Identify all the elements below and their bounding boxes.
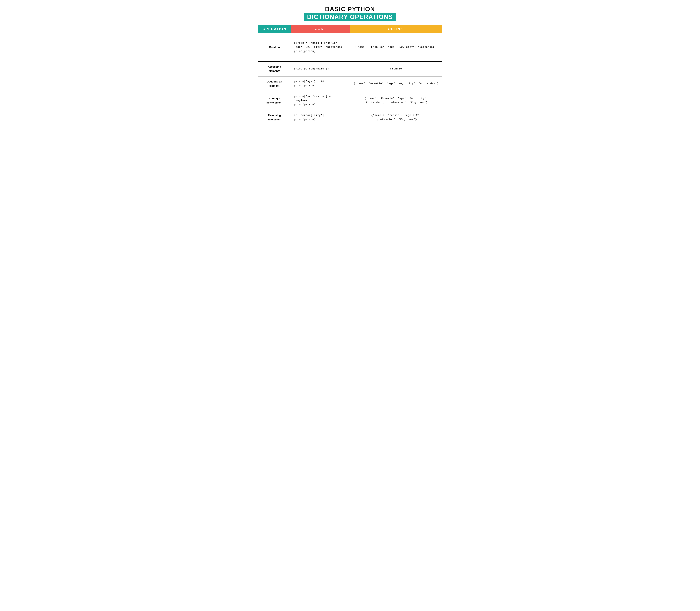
document: BASIC PYTHON DICTIONARY OPERATIONS OPERA…	[258, 5, 442, 125]
operation-cell: Adding a new element	[258, 91, 291, 110]
title-line2: DICTIONARY OPERATIONS	[304, 13, 396, 21]
table-row: Updating an element person['age'] = 26 p…	[258, 76, 442, 91]
operations-table: OPERATION CODE OUTPUT Creation person = …	[258, 25, 442, 125]
operation-cell: Creation	[258, 33, 291, 61]
code-cell: print(person['name'])	[291, 61, 350, 76]
operation-cell: Updating an element	[258, 76, 291, 91]
header-row: OPERATION CODE OUTPUT	[258, 25, 442, 33]
table-row: Adding a new element person['profession'…	[258, 91, 442, 110]
output-cell: {'name': 'Frenkie', 'age': 26, 'city': '…	[350, 76, 442, 91]
output-cell: {'name': 'Frenkie', 'age': 52,'city': 'R…	[350, 33, 442, 61]
title-line1: BASIC PYTHON	[258, 5, 442, 13]
header-operation: OPERATION	[258, 25, 291, 33]
operation-cell: Accessing elements	[258, 61, 291, 76]
code-cell: person['age'] = 26 print(person)	[291, 76, 350, 91]
table-row: Removing an element del person['city'] p…	[258, 110, 442, 125]
title-block: BASIC PYTHON DICTIONARY OPERATIONS	[258, 5, 442, 21]
output-cell: Frenkie	[350, 61, 442, 76]
code-cell: person['profession'] = 'Engineer' print(…	[291, 91, 350, 110]
code-cell: person = {'name':'Frenkie', 'age': 52, '…	[291, 33, 350, 61]
code-cell: del person['city'] print(person)	[291, 110, 350, 125]
table-row: Accessing elements print(person['name'])…	[258, 61, 442, 76]
header-code: CODE	[291, 25, 350, 33]
operation-cell: Removing an element	[258, 110, 291, 125]
table-row: Creation person = {'name':'Frenkie', 'ag…	[258, 33, 442, 61]
header-output: OUTPUT	[350, 25, 442, 33]
output-cell: {'name': 'Frenkie', 'age': 26, 'city': '…	[350, 91, 442, 110]
output-cell: {'name': 'Frenkie', 'age': 26, 'professi…	[350, 110, 442, 125]
